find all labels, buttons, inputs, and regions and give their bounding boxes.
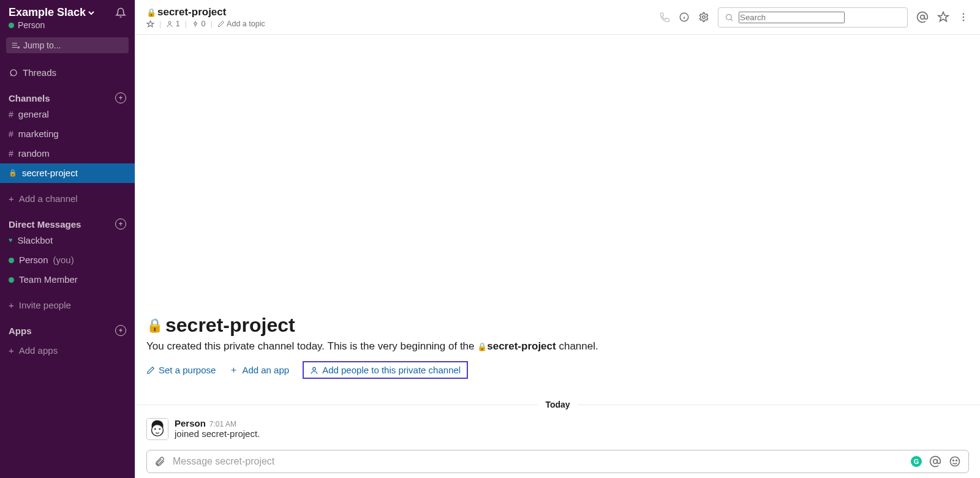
- add-apps-link[interactable]: + Add apps: [0, 341, 135, 360]
- dm-item-team-member[interactable]: Team Member: [0, 270, 135, 289]
- intro-title: 🔒 secret-project: [146, 314, 969, 337]
- message-author[interactable]: Person: [175, 418, 206, 428]
- plus-icon: +: [9, 343, 14, 358]
- chevron-down-icon: [88, 10, 94, 16]
- channel-item-secret-project[interactable]: 🔒 secret-project: [0, 163, 135, 183]
- lock-icon: 🔒: [146, 8, 156, 17]
- jump-to[interactable]: Jump to...: [6, 37, 129, 53]
- svg-point-0: [18, 47, 19, 48]
- add-people-label: Add people to this private channel: [322, 365, 461, 375]
- pin-count[interactable]: 0: [192, 20, 205, 28]
- star-channel-icon[interactable]: [146, 20, 154, 28]
- add-channel-link[interactable]: + Add a channel: [0, 189, 135, 209]
- user-presence[interactable]: Person: [0, 20, 135, 35]
- apps-section-header: Apps +: [0, 321, 135, 337]
- plus-icon: +: [9, 192, 14, 206]
- date-divider-label: Today: [545, 400, 570, 409]
- person-icon: [166, 20, 173, 28]
- intro-title-text: secret-project: [165, 314, 295, 337]
- intro-channel-name: secret-project: [487, 340, 556, 352]
- apps-header-label: Apps: [9, 326, 32, 336]
- channel-title[interactable]: 🔒 secret-project: [146, 6, 265, 18]
- add-apps-label: Add apps: [19, 343, 58, 358]
- workspace-switcher[interactable]: Example Slack: [9, 6, 94, 19]
- invite-people-link[interactable]: + Invite people: [0, 296, 135, 315]
- more-menu-icon[interactable]: [958, 12, 969, 23]
- channel-item-random[interactable]: # random: [0, 144, 135, 163]
- threads-icon: [9, 69, 18, 78]
- intro-text-c: channel.: [559, 340, 598, 352]
- add-dm-icon[interactable]: +: [115, 218, 126, 230]
- pin-icon: [192, 20, 199, 28]
- sidebar: Example Slack Person Jump to... Threads …: [0, 0, 135, 478]
- phone-icon[interactable]: [659, 12, 670, 23]
- at-mention-icon[interactable]: [929, 455, 941, 468]
- svg-point-9: [313, 367, 316, 370]
- mentions-icon[interactable]: [916, 11, 929, 23]
- add-people-link[interactable]: Add people to this private channel: [303, 361, 468, 379]
- jump-icon: [11, 41, 20, 50]
- channels-header-label: Channels: [9, 93, 50, 103]
- heart-icon: ♥: [9, 235, 13, 246]
- message-composer[interactable]: G: [146, 450, 969, 473]
- star-icon[interactable]: [937, 11, 949, 23]
- channel-label: random: [18, 146, 50, 161]
- online-dot-icon: [9, 23, 14, 28]
- gear-icon[interactable]: [698, 12, 709, 23]
- add-app-label: Add an app: [242, 365, 289, 375]
- svg-point-1: [168, 21, 171, 24]
- search-input[interactable]: [739, 12, 845, 23]
- channel-title-text: secret-project: [157, 6, 226, 18]
- intro-description: You created this private channel today. …: [146, 340, 969, 353]
- info-icon[interactable]: [679, 12, 690, 23]
- lock-icon: 🔒: [477, 342, 487, 351]
- add-app-icon[interactable]: +: [115, 325, 126, 336]
- add-app-link[interactable]: ＋ Add an app: [229, 364, 289, 376]
- add-topic[interactable]: Add a topic: [217, 20, 265, 28]
- workspace-name: Example Slack: [9, 6, 86, 19]
- channel-item-general[interactable]: # general: [0, 105, 135, 124]
- lock-icon: 🔒: [146, 318, 163, 334]
- intro-text-a: You created this private channel today. …: [146, 340, 477, 352]
- global-search[interactable]: [718, 7, 908, 28]
- channel-label: general: [18, 107, 49, 122]
- channel-intro: 🔒 secret-project You created this privat…: [135, 314, 980, 391]
- dm-label: Slackbot: [18, 233, 53, 248]
- grammarly-icon[interactable]: G: [911, 456, 922, 467]
- svg-point-5: [921, 15, 925, 20]
- channel-item-marketing[interactable]: # marketing: [0, 124, 135, 144]
- avatar[interactable]: [146, 418, 168, 440]
- svg-point-14: [933, 460, 938, 464]
- notification-bell-icon[interactable]: [115, 7, 126, 18]
- message-text: joined secret-project.: [175, 428, 260, 439]
- main-pane: 🔒 secret-project | 1 | 0: [135, 0, 980, 478]
- dm-label: Person: [19, 253, 48, 267]
- set-purpose-link[interactable]: Set a purpose: [146, 365, 216, 375]
- emoji-icon[interactable]: [949, 455, 961, 468]
- pencil-icon: [146, 366, 155, 375]
- attach-file-icon[interactable]: [154, 456, 165, 467]
- plus-icon: +: [9, 298, 14, 313]
- svg-point-11: [152, 424, 164, 436]
- threads-link[interactable]: Threads: [0, 63, 135, 83]
- add-channel-icon[interactable]: +: [115, 92, 126, 103]
- svg-point-4: [726, 14, 732, 20]
- member-count-value: 1: [176, 20, 180, 28]
- dm-item-person[interactable]: Person (you): [0, 250, 135, 270]
- pin-count-value: 0: [201, 20, 205, 28]
- member-count[interactable]: 1: [166, 20, 179, 28]
- current-user-name: Person: [18, 20, 45, 30]
- invite-people-label: Invite people: [19, 298, 71, 313]
- channels-section-header: Channels +: [0, 89, 135, 105]
- search-icon: [725, 13, 734, 22]
- jump-to-label: Jump to...: [23, 40, 61, 50]
- svg-point-3: [703, 16, 706, 19]
- divider-line: [578, 405, 980, 405]
- separator: |: [159, 20, 161, 28]
- message-input[interactable]: [173, 456, 903, 467]
- message-item: Person 7:01 AM joined secret-project.: [135, 413, 980, 445]
- svg-point-8: [963, 20, 965, 21]
- person-icon: [310, 366, 318, 375]
- dm-item-slackbot[interactable]: ♥ Slackbot: [0, 231, 135, 250]
- date-divider: Today: [135, 400, 980, 409]
